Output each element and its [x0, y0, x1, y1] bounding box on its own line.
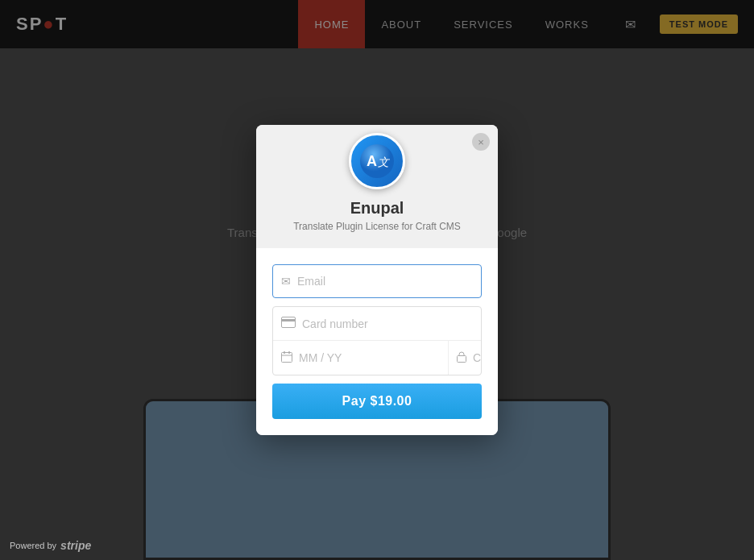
- svg-text:文: 文: [378, 156, 391, 168]
- payment-modal: × A 文: [256, 125, 498, 435]
- modal-title: Enupal: [272, 199, 482, 218]
- modal-header: A 文 Enupal Translate Plugin License for …: [256, 125, 498, 248]
- pay-button[interactable]: Pay $19.00: [272, 384, 482, 419]
- card-number-row: [273, 307, 481, 341]
- avatar: A 文: [349, 133, 405, 189]
- email-group: ✉: [272, 264, 482, 298]
- email-icon: ✉: [281, 275, 291, 288]
- card-expiry-input[interactable]: [299, 351, 440, 364]
- modal-subtitle: Translate Plugin License for Craft CMS: [272, 221, 482, 232]
- email-input-wrapper: ✉: [272, 264, 482, 298]
- svg-rect-9: [458, 355, 466, 362]
- card-icon: [281, 317, 296, 330]
- email-input[interactable]: [297, 265, 473, 297]
- modal-body: ✉: [256, 248, 498, 435]
- lock-icon: [457, 351, 466, 365]
- svg-rect-4: [281, 319, 296, 321]
- card-fields-group: [272, 306, 482, 375]
- svg-text:A: A: [367, 153, 377, 169]
- powered-by-stripe: Powered by stripe: [10, 539, 91, 552]
- card-expiry-wrapper: [273, 341, 449, 375]
- svg-rect-5: [282, 352, 292, 362]
- close-button[interactable]: ×: [472, 133, 490, 151]
- card-cvc-wrapper: [449, 341, 482, 375]
- powered-by-text: Powered by: [10, 541, 56, 550]
- card-number-input[interactable]: [302, 317, 473, 330]
- stripe-logo: stripe: [60, 539, 91, 552]
- calendar-icon: [281, 351, 292, 365]
- card-cvc-input[interactable]: [473, 351, 482, 364]
- card-expiry-cvc-row: [273, 341, 481, 375]
- avatar-wrapper: A 文: [272, 133, 482, 189]
- svg-rect-3: [282, 317, 296, 328]
- modal-overlay: × A 文: [0, 0, 754, 560]
